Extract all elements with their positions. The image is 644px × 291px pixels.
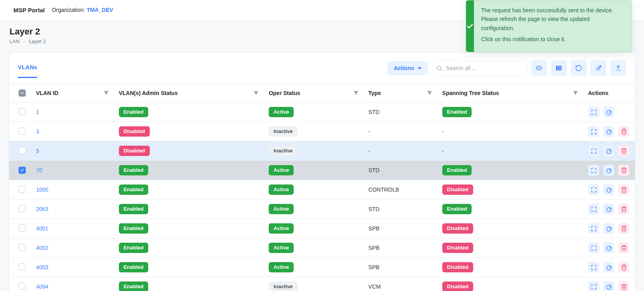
vlan-id-link[interactable]: 4002 — [36, 245, 48, 251]
upload-button[interactable] — [610, 60, 626, 76]
vlan-id-link[interactable]: 4001 — [36, 225, 48, 232]
row-expand-button[interactable] — [588, 126, 599, 137]
row-expand-button[interactable] — [588, 107, 599, 118]
vlan-id-link[interactable]: 2063 — [36, 206, 48, 212]
vlan-id-link[interactable]: 1 — [36, 109, 39, 115]
svg-rect-4 — [558, 66, 560, 70]
row-expand-button[interactable] — [588, 204, 599, 215]
status-badge: Disabled — [442, 223, 473, 234]
row-checkbox[interactable] — [19, 283, 26, 290]
status-badge: Disabled — [442, 184, 473, 195]
row-edit-button[interactable] — [603, 204, 614, 215]
status-badge: Inactive — [269, 126, 297, 137]
row-delete-button[interactable] — [618, 126, 629, 137]
cell-type: SPB — [369, 225, 380, 232]
table-row[interactable]: 3 Disabled Inactive - - — [9, 122, 635, 141]
filter-icon[interactable] — [572, 90, 579, 96]
vlan-id-link[interactable]: 5 — [36, 148, 39, 154]
expand-columns-button[interactable] — [531, 60, 547, 76]
status-badge: Disabled — [442, 281, 473, 291]
cell-text: - — [442, 128, 444, 135]
cell-text: - — [442, 148, 444, 154]
filter-icon[interactable] — [426, 90, 433, 96]
table-row[interactable]: 4094 Enabled Inactive VCM Disabled — [9, 277, 635, 291]
row-delete-button[interactable] — [618, 242, 629, 253]
row-delete-button[interactable] — [618, 262, 629, 273]
row-checkbox[interactable] — [19, 147, 26, 154]
select-all-checkbox[interactable] — [19, 89, 26, 97]
row-delete-button[interactable] — [618, 165, 629, 176]
actions-dropdown[interactable]: Actions — [388, 61, 428, 75]
row-edit-button[interactable] — [603, 145, 614, 156]
refresh-button[interactable] — [571, 60, 587, 76]
table-row[interactable]: 70 Enabled Active STD Enabled — [9, 161, 635, 180]
table-row[interactable]: 4001 Enabled Active SPB Disabled — [9, 219, 635, 238]
row-checkbox[interactable] — [19, 244, 26, 251]
success-toast[interactable]: The request has been successfully sent t… — [466, 0, 632, 52]
vlan-id-link[interactable]: 70 — [36, 167, 42, 173]
vlan-id-link[interactable]: 4003 — [36, 264, 48, 270]
row-checkbox[interactable] — [19, 186, 26, 193]
table-row[interactable]: 4003 Enabled Active SPB Disabled — [9, 258, 635, 277]
row-expand-button[interactable] — [588, 145, 599, 156]
row-edit-button[interactable] — [603, 281, 614, 291]
table-row[interactable]: 1 Enabled Active STD Enabled — [9, 103, 635, 122]
breadcrumb-item[interactable]: LAN — [10, 38, 19, 44]
vlan-id-link[interactable]: 3 — [36, 128, 39, 135]
filter-icon[interactable] — [253, 90, 259, 96]
status-badge: Enabled — [119, 204, 149, 214]
row-delete-button[interactable] — [618, 184, 629, 195]
row-checkbox[interactable] — [19, 224, 26, 232]
vlans-table: VLAN ID VLAN(s) Admin Status Oper Status… — [9, 84, 635, 291]
row-edit-button[interactable] — [603, 126, 614, 137]
filter-icon[interactable] — [353, 90, 359, 96]
row-edit-button[interactable] — [603, 262, 614, 273]
table-row[interactable]: 4002 Enabled Active SPB Disabled — [9, 238, 635, 258]
row-delete-button[interactable] — [618, 204, 629, 215]
table-row[interactable]: 2063 Enabled Active STD Enabled — [9, 200, 635, 219]
col-actions: Actions — [588, 90, 608, 96]
row-edit-button[interactable] — [603, 165, 614, 176]
vlan-id-link[interactable]: 4094 — [36, 283, 48, 290]
cell-type: - — [369, 128, 371, 135]
col-vlan-id[interactable]: VLAN ID — [36, 90, 58, 96]
status-badge: Enabled — [119, 165, 149, 175]
col-stp-status[interactable]: Spanning Tree Status — [442, 90, 499, 96]
search-input[interactable] — [432, 61, 527, 76]
columns-button[interactable] — [551, 60, 567, 76]
row-checkbox[interactable] — [19, 167, 26, 174]
portal-name[interactable]: MSP Portal — [13, 7, 45, 13]
table-row[interactable]: 1000 Enabled Active CONTROLB Disabled — [9, 180, 635, 200]
table-row[interactable]: 5 Disabled Inactive - - — [9, 141, 635, 161]
actions-label: Actions — [394, 65, 414, 71]
row-delete-button[interactable] — [618, 223, 629, 234]
filter-icon[interactable] — [103, 90, 109, 96]
row-expand-button[interactable] — [588, 281, 599, 291]
row-checkbox[interactable] — [19, 263, 26, 270]
row-expand-button[interactable] — [588, 223, 599, 234]
export-button[interactable] — [590, 60, 606, 76]
row-expand-button[interactable] — [588, 242, 599, 253]
row-expand-button[interactable] — [588, 262, 599, 273]
row-checkbox[interactable] — [19, 205, 26, 212]
vlan-id-link[interactable]: 1000 — [36, 186, 48, 193]
breadcrumb-separator: - — [23, 38, 25, 44]
row-checkbox[interactable] — [19, 108, 26, 115]
status-badge: Active — [269, 184, 294, 195]
row-edit-button[interactable] — [603, 223, 614, 234]
col-type[interactable]: Type — [369, 90, 381, 96]
row-delete-button[interactable] — [618, 145, 629, 156]
status-badge: Inactive — [269, 146, 297, 156]
tab-vlans[interactable]: VLANs — [18, 58, 37, 78]
organization-link[interactable]: TMA_DEV — [87, 7, 113, 13]
col-admin-status[interactable]: VLAN(s) Admin Status — [119, 90, 178, 96]
row-expand-button[interactable] — [588, 165, 599, 176]
row-expand-button[interactable] — [588, 184, 599, 195]
row-edit-button[interactable] — [603, 242, 614, 253]
row-edit-button[interactable] — [603, 184, 614, 195]
col-oper-status[interactable]: Oper Status — [269, 90, 300, 96]
row-checkbox[interactable] — [19, 127, 26, 135]
row-delete-button[interactable] — [618, 281, 629, 291]
row-edit-button[interactable] — [603, 107, 614, 118]
svg-line-1 — [440, 69, 441, 70]
